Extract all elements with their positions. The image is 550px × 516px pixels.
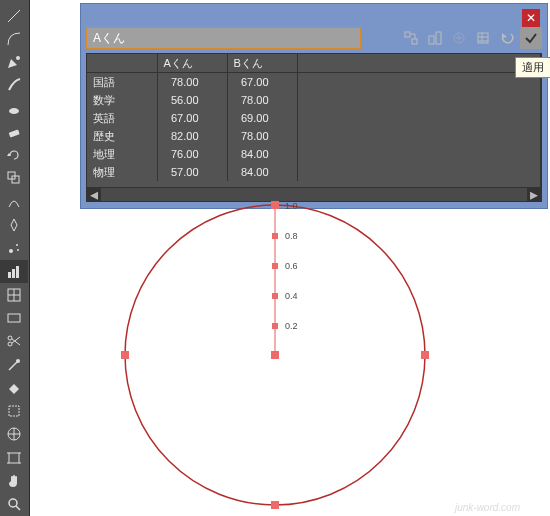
svg-rect-16 <box>9 406 19 416</box>
cell[interactable]: 78.00 <box>157 73 227 92</box>
svg-rect-33 <box>272 263 278 269</box>
eraser-tool[interactable] <box>0 120 28 143</box>
table-row[interactable]: 物理57.0084.00 <box>87 163 541 181</box>
cell[interactable]: 84.00 <box>227 145 297 163</box>
hand-tool[interactable] <box>0 469 28 492</box>
scroll-right-icon[interactable]: ▸ <box>527 188 541 202</box>
switch-xy-button[interactable] <box>424 27 446 49</box>
radar-chart[interactable]: 1.0 0.8 0.6 0.4 0.2 <box>115 195 435 515</box>
cell-value-input[interactable] <box>86 27 361 49</box>
svg-rect-21 <box>412 39 417 44</box>
apply-tooltip: 適用 <box>515 57 550 78</box>
pen-tool[interactable] <box>0 51 28 74</box>
col-header[interactable]: Bくん <box>227 54 297 73</box>
svg-point-1 <box>9 108 19 114</box>
table-row[interactable]: 歴史82.0078.00 <box>87 127 541 145</box>
row-label: 国語 <box>87 73 157 92</box>
scissors-tool[interactable] <box>0 330 28 353</box>
warp-tool[interactable] <box>0 190 28 213</box>
svg-rect-27 <box>271 351 279 359</box>
svg-point-14 <box>8 342 12 346</box>
table-row[interactable]: 地理76.0084.00 <box>87 145 541 163</box>
col-header[interactable]: Aくん <box>157 54 227 73</box>
svg-rect-9 <box>12 269 15 278</box>
svg-point-19 <box>9 499 17 507</box>
svg-rect-34 <box>272 293 278 299</box>
blob-brush-tool[interactable] <box>0 97 28 120</box>
tool-toolbar <box>0 0 30 516</box>
cell[interactable]: 56.00 <box>157 91 227 109</box>
svg-point-7 <box>17 249 19 251</box>
col-header[interactable] <box>297 54 541 73</box>
tick-label: 0.2 <box>285 321 298 331</box>
svg-rect-29 <box>271 501 279 509</box>
apply-button[interactable] <box>520 27 542 49</box>
table-row[interactable]: 英語67.0069.00 <box>87 109 541 127</box>
svg-rect-32 <box>272 233 278 239</box>
scroll-left-icon[interactable]: ◂ <box>87 188 101 202</box>
scale-tool[interactable] <box>0 167 28 190</box>
graph-data-panel: ✕ 適用 Aくん Bくん 国語78.00 <box>80 3 548 209</box>
table-header-row: Aくん Bくん <box>87 54 541 73</box>
table-row[interactable]: 国語78.0067.00 <box>87 73 541 92</box>
cell[interactable]: 67.00 <box>157 109 227 127</box>
tick-label: 0.8 <box>285 231 298 241</box>
import-data-button[interactable] <box>472 27 494 49</box>
crystallize-tool[interactable] <box>0 213 28 236</box>
svg-point-0 <box>16 56 20 60</box>
rectangle-tool[interactable] <box>0 306 28 329</box>
svg-rect-18 <box>9 453 19 463</box>
svg-rect-2 <box>9 129 20 137</box>
transpose-button[interactable] <box>400 27 422 49</box>
tick-label: 0.6 <box>285 261 298 271</box>
cell[interactable]: 69.00 <box>227 109 297 127</box>
revert-button[interactable] <box>496 27 518 49</box>
arc-tool[interactable] <box>0 27 28 50</box>
svg-rect-35 <box>272 323 278 329</box>
tick-label: 1.0 <box>285 201 298 211</box>
line-tool[interactable] <box>0 4 28 27</box>
svg-rect-8 <box>8 272 11 278</box>
cell[interactable]: 67.00 <box>227 73 297 92</box>
close-icon[interactable]: ✕ <box>522 9 540 27</box>
rotate-tool[interactable] <box>0 144 28 167</box>
symbol-sprayer-tool[interactable] <box>0 237 28 260</box>
cell[interactable]: 57.00 <box>157 163 227 181</box>
cell[interactable]: 76.00 <box>157 145 227 163</box>
live-paint-bucket-tool[interactable] <box>0 376 28 399</box>
watermark: junk-word.com <box>455 502 520 513</box>
mesh-tool[interactable] <box>0 283 28 306</box>
svg-rect-12 <box>8 314 20 322</box>
artboard-tool[interactable] <box>0 446 28 469</box>
row-label: 地理 <box>87 145 157 163</box>
eyedropper-tool[interactable] <box>0 353 28 376</box>
tick-label: 0.4 <box>285 291 298 301</box>
data-grid[interactable]: Aくん Bくん 国語78.0067.00数学56.0078.00英語67.006… <box>86 53 542 202</box>
svg-rect-31 <box>421 351 429 359</box>
canvas-area[interactable]: ✕ 適用 Aくん Bくん 国語78.00 <box>30 0 550 516</box>
svg-point-15 <box>16 359 20 363</box>
table-row[interactable]: 数学56.0078.00 <box>87 91 541 109</box>
cell[interactable]: 78.00 <box>227 127 297 145</box>
cell[interactable]: 78.00 <box>227 91 297 109</box>
svg-rect-10 <box>16 266 19 278</box>
row-label: 歴史 <box>87 127 157 145</box>
live-paint-selection-tool[interactable] <box>0 400 28 423</box>
svg-rect-23 <box>436 32 441 44</box>
column-graph-tool[interactable] <box>0 260 28 283</box>
col-header[interactable] <box>87 54 157 73</box>
svg-rect-28 <box>271 201 279 209</box>
cell[interactable]: 84.00 <box>227 163 297 181</box>
paintbrush-tool[interactable] <box>0 74 28 97</box>
row-label: 数学 <box>87 91 157 109</box>
svg-rect-22 <box>429 36 434 44</box>
cell-style-button <box>448 27 470 49</box>
perspective-tool[interactable] <box>0 423 28 446</box>
zoom-tool[interactable] <box>0 493 28 516</box>
svg-rect-20 <box>405 32 410 37</box>
row-label: 英語 <box>87 109 157 127</box>
svg-point-13 <box>8 336 12 340</box>
svg-point-6 <box>16 244 18 246</box>
svg-rect-30 <box>121 351 129 359</box>
cell[interactable]: 82.00 <box>157 127 227 145</box>
